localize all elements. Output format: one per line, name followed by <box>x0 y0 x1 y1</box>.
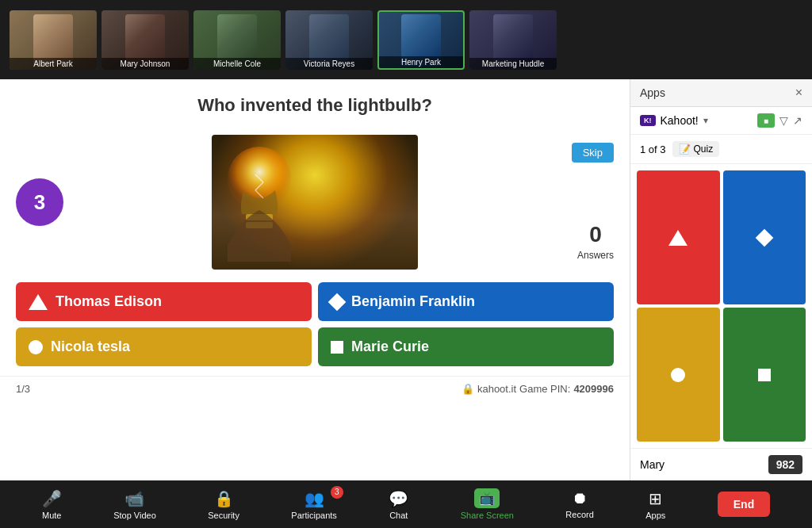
kahoot-url: kahoot.it <box>477 383 516 395</box>
filter-icon[interactable]: ▽ <box>779 114 788 127</box>
color-cell-green[interactable] <box>723 308 806 442</box>
ctrl-green-button[interactable]: ■ <box>757 113 775 128</box>
cell-circle-icon <box>671 368 685 382</box>
participants-badge: 3 <box>331 486 343 499</box>
chat-icon: 💬 <box>389 489 408 508</box>
kahoot-subheader: K! Kahoot! ▾ ■ ▽ ↗ <box>630 107 812 135</box>
ctrl-icon: ■ <box>764 117 768 125</box>
kahoot-quiz-bar: 1 of 3 📝 Quiz <box>630 135 812 164</box>
question-section: Who invented the lightbulb? <box>0 79 630 135</box>
toolbar: 🎤 Mute 📹 Stop Video 🔒 Security 👥 3 Parti… <box>0 480 812 528</box>
toolbar-item-participants[interactable]: 👥 3 Participants <box>291 489 336 520</box>
color-grid <box>630 164 812 448</box>
participant-name-victoria: Victoria Reyes <box>285 58 373 70</box>
toolbar-item-record[interactable]: ⏺ Record <box>565 489 593 519</box>
security-label: Security <box>208 511 239 520</box>
end-button[interactable]: End <box>718 492 770 517</box>
participant-name-marketing: Marketing Huddle <box>469 58 557 70</box>
quiz-badge: 📝 Quiz <box>672 141 720 157</box>
game-pin: 4209996 <box>573 383 614 395</box>
kahoot-name: Kahoot! <box>661 114 699 127</box>
app-container: Albert Park Mary Johnson Michelle Cole V… <box>0 0 812 528</box>
answer-button-benjamin[interactable]: Benjamin Franklin <box>318 282 614 321</box>
toolbar-item-stop-video[interactable]: 📹 Stop Video <box>113 489 156 520</box>
answer-button-marie[interactable]: Marie Curie <box>318 327 614 366</box>
game-panel: Who invented the lightbulb? 3 <box>0 79 630 480</box>
video-thumb-albert[interactable]: Albert Park <box>10 10 97 70</box>
game-footer: 1/3 🔒 kahoot.it Game PIN: 4209996 <box>0 376 630 401</box>
stop-video-label: Stop Video <box>113 511 156 520</box>
cell-square-icon <box>758 369 771 381</box>
cell-triangle-icon <box>668 230 688 246</box>
video-bar: Albert Park Mary Johnson Michelle Cole V… <box>0 0 812 79</box>
toolbar-item-chat[interactable]: 💬 Chat <box>389 489 408 520</box>
answers-label: Answers <box>577 250 614 261</box>
diamond-icon <box>328 293 347 311</box>
toolbar-item-apps[interactable]: ⊞ Apps <box>645 489 665 520</box>
video-thumb-michelle[interactable]: Michelle Cole <box>193 10 281 70</box>
chat-label: Chat <box>389 511 408 520</box>
triangle-icon <box>29 294 48 310</box>
external-link-icon[interactable]: ↗ <box>793 114 802 127</box>
circle-icon <box>29 340 43 354</box>
share-screen-label: Share Screen <box>461 511 514 520</box>
video-thumb-henry[interactable]: Henry Park <box>377 10 465 70</box>
color-cell-yellow[interactable] <box>637 308 720 442</box>
timer-circle: 3 <box>16 178 63 226</box>
participants-icon: 👥 <box>304 489 324 508</box>
security-icon: 🔒 <box>214 489 234 508</box>
question-content: 3 <box>0 135 630 270</box>
answer-button-thomas[interactable]: Thomas Edison <box>16 282 312 321</box>
kahoot-logo: K! <box>640 115 656 126</box>
mute-icon: 🎤 <box>42 489 62 508</box>
cell-diamond-icon <box>755 228 773 247</box>
quiz-counter: 1 of 3 <box>640 143 666 155</box>
question-text: Who invented the lightbulb? <box>19 95 611 116</box>
participants-label: Participants <box>291 511 336 520</box>
answer-text-thomas: Thomas Edison <box>56 293 162 310</box>
quiz-label: Quiz <box>694 143 714 155</box>
record-label: Record <box>565 510 593 519</box>
toolbar-item-security[interactable]: 🔒 Security <box>208 489 239 520</box>
player-score: 982 <box>768 455 802 474</box>
dropdown-icon[interactable]: ▾ <box>703 115 708 126</box>
video-thumb-victoria[interactable]: Victoria Reyes <box>285 10 373 70</box>
record-icon: ⏺ <box>572 489 588 507</box>
apps-panel-title: Apps <box>640 86 665 99</box>
game-pin-label: Game PIN: <box>519 383 570 395</box>
video-icon: 📹 <box>124 489 144 508</box>
quiz-emoji: 📝 <box>679 143 691 155</box>
participant-name-michelle: Michelle Cole <box>193 58 281 70</box>
square-icon <box>331 341 343 354</box>
score-bar: Mary 982 <box>630 448 812 480</box>
page-indicator: 1/3 <box>16 383 30 395</box>
apps-panel-header: Apps × <box>630 79 812 107</box>
apps-label: Apps <box>645 511 665 520</box>
lightbulb-image <box>212 135 418 270</box>
skip-button[interactable]: Skip <box>572 143 614 163</box>
player-name: Mary <box>640 458 768 471</box>
kahoot-info: 🔒 kahoot.it Game PIN: 4209996 <box>462 383 614 395</box>
apps-icon: ⊞ <box>649 489 662 508</box>
color-cell-red[interactable] <box>637 170 720 304</box>
apps-panel: Apps × K! Kahoot! ▾ ■ ▽ ↗ 1 of 3 <box>630 79 812 480</box>
participant-name-mary: Mary Johnson <box>102 58 189 70</box>
color-cell-blue[interactable] <box>723 170 806 304</box>
mute-label: Mute <box>42 511 61 520</box>
answers-count-container: 0 Answers <box>577 222 614 262</box>
kahoot-controls: ■ ▽ ↗ <box>757 113 802 128</box>
main-area: Who invented the lightbulb? 3 <box>0 79 812 480</box>
video-thumb-marketing[interactable]: Marketing Huddle <box>469 10 557 70</box>
toolbar-item-mute[interactable]: 🎤 Mute <box>42 489 62 520</box>
answer-text-benjamin: Benjamin Franklin <box>351 293 475 310</box>
answer-text-nicola: Nicola tesla <box>51 339 130 355</box>
lock-icon: 🔒 <box>462 383 474 395</box>
video-thumb-mary[interactable]: Mary Johnson <box>102 10 189 70</box>
close-icon[interactable]: × <box>795 86 802 100</box>
participant-name-albert: Albert Park <box>10 58 97 70</box>
toolbar-item-share-screen[interactable]: 📺 Share Screen <box>461 488 514 520</box>
kahoot-brand: K! Kahoot! ▾ <box>640 114 708 127</box>
answer-button-nicola[interactable]: Nicola tesla <box>16 327 312 366</box>
answer-text-marie: Marie Curie <box>351 339 429 355</box>
participant-name-henry: Henry Park <box>379 56 463 68</box>
